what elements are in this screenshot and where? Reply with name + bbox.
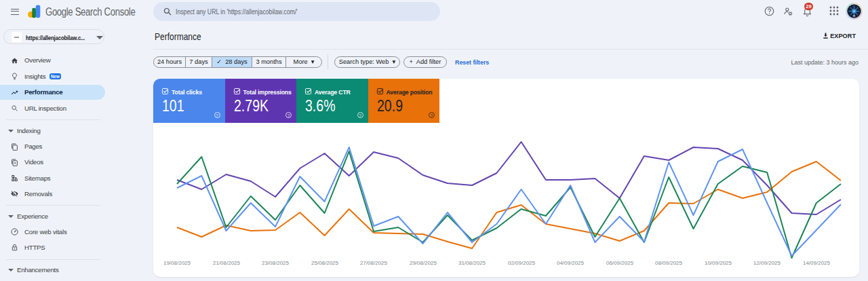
- svg-text:19/08/2025: 19/08/2025: [163, 260, 191, 266]
- svg-text:14/09/2025: 14/09/2025: [803, 260, 831, 266]
- svg-text:21/08/2025: 21/08/2025: [213, 260, 241, 266]
- svg-text:02/09/2025: 02/09/2025: [508, 260, 536, 266]
- svg-text:08/09/2025: 08/09/2025: [655, 260, 683, 266]
- svg-text:12/09/2025: 12/09/2025: [753, 260, 781, 266]
- svg-text:23/08/2025: 23/08/2025: [262, 260, 290, 266]
- svg-text:27/08/2025: 27/08/2025: [360, 260, 388, 266]
- svg-text:29/08/2025: 29/08/2025: [410, 260, 437, 266]
- svg-text:04/09/2025: 04/09/2025: [557, 260, 585, 266]
- svg-text:06/09/2025: 06/09/2025: [606, 260, 634, 266]
- svg-text:25/08/2025: 25/08/2025: [311, 260, 339, 266]
- svg-text:31/08/2025: 31/08/2025: [458, 260, 486, 266]
- svg-text:10/09/2025: 10/09/2025: [705, 260, 732, 266]
